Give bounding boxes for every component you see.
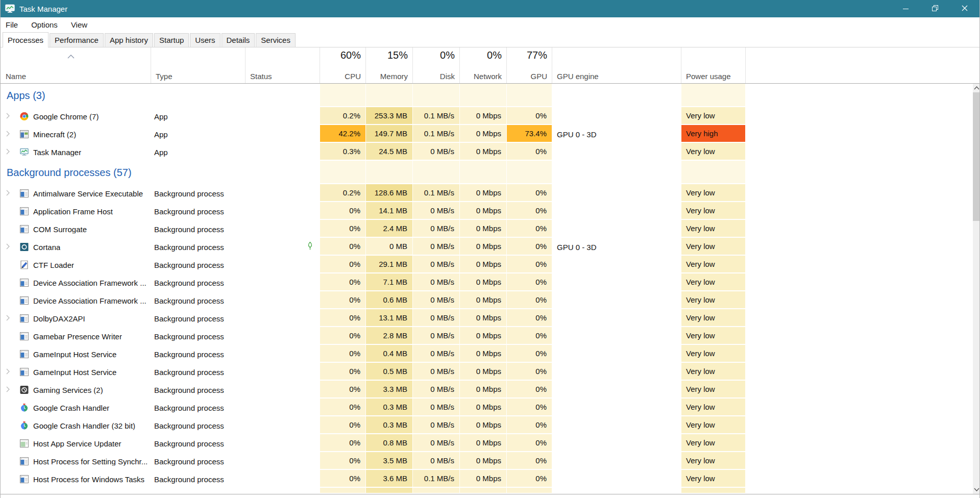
minimize-button[interactable] — [891, 0, 920, 17]
column-header-memory[interactable]: 15%Memory — [366, 47, 413, 84]
column-header-disk[interactable]: 0%Disk — [413, 47, 460, 84]
column-header-name[interactable]: Name — [1, 47, 151, 84]
name-cell: Application Frame Host — [1, 202, 151, 220]
process-type: Background process — [154, 457, 224, 465]
cell-cpu: 0% — [320, 256, 365, 272]
name-cell: Host Process for Windows Tasks — [1, 470, 151, 488]
column-header-power[interactable]: Power usage — [681, 47, 746, 84]
name-cell: Device Association Framework ... — [1, 273, 151, 291]
cell-network: 0 Mbps — [460, 434, 506, 451]
column-header-status[interactable]: Status — [246, 47, 320, 84]
cell-memory — [366, 488, 412, 493]
process-row-gameinput-host-service[interactable]: GameInput Host ServiceBackground process… — [1, 363, 973, 381]
tab-users[interactable]: Users — [190, 33, 220, 47]
chevron-right-icon[interactable] — [6, 112, 10, 121]
process-row-minecraft-2[interactable]: Minecraft (2)App42.2%149.7 MB0.1 MB/s0 M… — [1, 125, 973, 143]
column-header-network[interactable]: 0%Network — [460, 47, 507, 84]
chevron-right-icon[interactable] — [6, 385, 10, 394]
window-icon — [20, 367, 29, 376]
task-manager-icon — [20, 147, 29, 156]
process-row-application-frame-host[interactable]: Application Frame HostBackground process… — [1, 202, 973, 220]
tab-services[interactable]: Services — [256, 33, 296, 47]
cell-memory: 14.1 MB — [366, 202, 412, 219]
process-type: App — [154, 130, 168, 138]
cell-cpu: 0% — [320, 220, 365, 237]
name-cell: Device Association Framework ... — [1, 291, 151, 309]
process-type: Background process — [154, 296, 224, 305]
cell-gpu: 0% — [507, 143, 552, 160]
cell-network: 0 Mbps — [460, 184, 506, 201]
power-usage-cell: Very low — [681, 309, 745, 326]
process-row-device-association-framework[interactable]: Device Association Framework ...Backgrou… — [1, 273, 973, 291]
process-row-device-association-framework[interactable]: Device Association Framework ...Backgrou… — [1, 291, 973, 309]
process-row-com-surrogate[interactable]: COM SurrogateBackground process0%2.4 MB0… — [1, 220, 973, 238]
process-row-google-chrome-7[interactable]: Google Chrome (7)App0.2%253.3 MB0.1 MB/s… — [1, 107, 973, 125]
tab-startup[interactable]: Startup — [154, 33, 189, 47]
process-row-gaming-services-2[interactable]: Gaming Services (2)Background process0%3… — [1, 381, 973, 399]
column-header-cpu[interactable]: 60%CPU — [320, 47, 366, 84]
cell-disk: 0.1 MB/s — [413, 125, 459, 142]
process-row-dolbydax2api[interactable]: DolbyDAX2APIBackground process0%13.1 MB0… — [1, 309, 973, 327]
chevron-right-icon[interactable] — [6, 189, 10, 198]
process-row-host-app-service-updater[interactable]: Host App Service UpdaterBackground proce… — [1, 434, 973, 452]
process-row-host-process-for-windows-tasks[interactable]: Host Process for Windows TasksBackground… — [1, 470, 973, 488]
column-header-gpu[interactable]: 77%GPU — [507, 47, 552, 84]
cell-memory — [366, 161, 412, 183]
group-label: Apps (3) — [7, 90, 45, 102]
process-type: Background process — [154, 207, 224, 215]
menu-view[interactable]: View — [71, 20, 87, 29]
name-cell: Google Crash Handler (32 bit) — [1, 416, 151, 434]
process-row-google-crash-handler-32-bit[interactable]: Google Crash Handler (32 bit)Background … — [1, 416, 973, 434]
restore-button[interactable] — [920, 0, 950, 17]
process-row-gameinput-host-service[interactable]: GameInput Host ServiceBackground process… — [1, 345, 973, 363]
column-header-gpu_engine[interactable]: GPU engine — [552, 47, 681, 84]
process-row-google-crash-handler[interactable]: Google Crash HandlerBackground process0%… — [1, 399, 973, 416]
tab-details[interactable]: Details — [222, 33, 255, 47]
process-row-task-manager[interactable]: Task ManagerApp0.3%24.5 MB0 MB/s0 Mbps0%… — [1, 143, 973, 161]
cell-disk: 0 MB/s — [413, 399, 459, 415]
chevron-right-icon[interactable] — [6, 242, 10, 252]
process-name: Device Association Framework ... — [33, 278, 146, 287]
menu-options[interactable]: Options — [31, 20, 58, 29]
power-usage-cell: Very low — [681, 381, 745, 397]
process-row-ctf-loader[interactable]: CTF LoaderBackground process0%29.1 MB0 M… — [1, 256, 973, 273]
chevron-right-icon[interactable] — [6, 147, 10, 157]
scroll-up-arrow-icon[interactable] — [973, 84, 980, 92]
cell-gpu: 0% — [507, 184, 552, 201]
tab-performance[interactable]: Performance — [50, 33, 104, 47]
power-usage-cell: Very low — [681, 202, 745, 219]
restore-icon — [932, 5, 938, 13]
power-usage-cell: Very low — [681, 452, 745, 469]
column-header-type[interactable]: Type — [151, 47, 246, 84]
cell-memory: 2.4 MB — [366, 220, 412, 237]
cell-memory: 13.1 MB — [366, 309, 412, 326]
process-row-host-process-for-setting-synchr[interactable]: Host Process for Setting Synchr...Backgr… — [1, 452, 973, 470]
chevron-right-icon[interactable] — [6, 314, 10, 323]
process-row-gamebar-presence-writer[interactable]: Gamebar Presence WriterBackground proces… — [1, 327, 973, 345]
scrollbar-thumb[interactable] — [973, 92, 980, 221]
cell-gpu: 0% — [507, 345, 552, 362]
cell-gpu — [507, 488, 552, 493]
name-cell: Cortana — [1, 238, 151, 256]
tab-app-history[interactable]: App history — [105, 33, 153, 47]
chevron-right-icon[interactable] — [6, 130, 10, 139]
chevron-right-icon[interactable] — [6, 367, 10, 377]
close-button[interactable] — [950, 0, 979, 17]
group-header-background-processes-57: Background processes (57) — [1, 161, 973, 184]
scroll-down-arrow-icon[interactable] — [973, 485, 980, 494]
cell-network — [460, 488, 506, 493]
tab-processes[interactable]: Processes — [3, 32, 48, 47]
cell-cpu: 0% — [320, 416, 365, 433]
process-type: Background process — [154, 189, 224, 197]
menu-file[interactable]: File — [6, 20, 18, 29]
vertical-scrollbar[interactable] — [973, 84, 980, 494]
cell-network: 0 Mbps — [460, 125, 506, 142]
cell-memory: 0.4 MB — [366, 345, 412, 362]
process-row-cortana[interactable]: CortanaBackground process0%0 MB0 MB/s0 M… — [1, 238, 973, 256]
name-cell: Host Process for Setting Synchr... — [1, 452, 151, 470]
cell-cpu — [320, 84, 365, 106]
cell-disk: 0 MB/s — [413, 345, 459, 362]
process-row-antimalware-service-executable[interactable]: Antimalware Service ExecutableBackground… — [1, 184, 973, 202]
process-type: App — [154, 112, 168, 120]
cell-network: 0 Mbps — [460, 381, 506, 397]
